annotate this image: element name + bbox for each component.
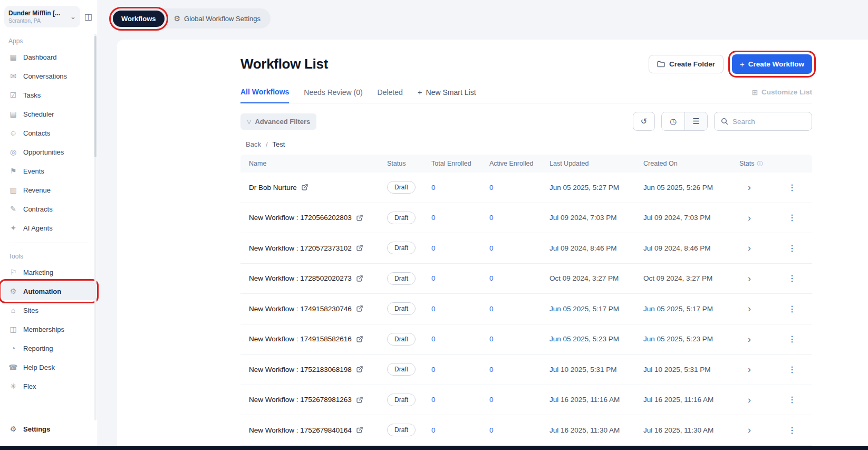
kebab-menu-icon[interactable]: ⋮ xyxy=(788,183,812,193)
chevron-right-icon[interactable]: › xyxy=(739,425,776,435)
workflow-name[interactable]: New Workflow : 1720566202803 xyxy=(249,214,352,222)
workflow-name-cell[interactable]: New Workflow : 1720572373102 xyxy=(249,244,387,252)
kebab-menu-icon[interactable]: ⋮ xyxy=(788,395,812,405)
tab-needs-review[interactable]: Needs Review (0) xyxy=(304,88,362,103)
kebab-menu-icon[interactable]: ⋮ xyxy=(788,304,812,314)
account-switcher[interactable]: Dunder Mifflin [... Scranton, PA ⌄ xyxy=(4,6,80,27)
sidebar-item-marketing[interactable]: ⚐ Marketing xyxy=(2,263,95,281)
total-enrolled-link[interactable]: 0 xyxy=(431,184,436,192)
chevron-right-icon[interactable]: › xyxy=(739,213,776,223)
tab-deleted[interactable]: Deleted xyxy=(378,88,403,103)
total-enrolled-link[interactable]: 0 xyxy=(431,396,436,404)
chevron-right-icon[interactable]: › xyxy=(739,304,776,313)
create-folder-button[interactable]: Create Folder xyxy=(649,55,724,73)
sidebar-item-reporting[interactable]: ◔ Reporting xyxy=(2,339,95,357)
sidebar-item-sites[interactable]: ⌂ Sites xyxy=(2,301,95,319)
total-enrolled-link[interactable]: 0 xyxy=(431,244,436,252)
external-link-icon[interactable] xyxy=(356,275,363,282)
workflow-name[interactable]: New Workflow : 1752679840164 xyxy=(249,426,352,434)
total-enrolled-link[interactable]: 0 xyxy=(431,305,436,313)
sidebar-item-revenue[interactable]: ▥ Revenue xyxy=(2,181,95,199)
sidebar-item-opportunities[interactable]: ◎ Opportunities xyxy=(2,143,95,161)
workflow-name[interactable]: New Workflow : 1749158582616 xyxy=(249,335,352,343)
chevron-right-icon[interactable]: › xyxy=(739,365,776,374)
total-enrolled-link[interactable]: 0 xyxy=(431,214,436,222)
total-enrolled-link[interactable]: 0 xyxy=(431,335,436,343)
sidebar-item-automation[interactable]: ⚙ Automation xyxy=(2,282,95,300)
active-enrolled-link[interactable]: 0 xyxy=(489,244,494,252)
sidebar-item-contacts[interactable]: ☺ Contacts xyxy=(2,124,95,142)
workflow-name-cell[interactable]: New Workflow : 1752679840164 xyxy=(249,426,387,434)
kebab-menu-icon[interactable]: ⋮ xyxy=(788,243,812,253)
chevron-right-icon[interactable]: › xyxy=(739,334,776,344)
advanced-filters-button[interactable]: ▽ Advanced Filters xyxy=(240,113,316,130)
external-link-icon[interactable] xyxy=(302,184,308,190)
total-enrolled-link[interactable]: 0 xyxy=(431,274,436,282)
workflow-name[interactable]: New Workflow : 1752678981263 xyxy=(249,396,352,404)
chevron-right-icon[interactable]: › xyxy=(739,183,776,192)
tab-workflows[interactable]: Workflows xyxy=(113,11,165,27)
active-enrolled-link[interactable]: 0 xyxy=(489,426,494,434)
sidebar-item-dashboard[interactable]: ▦ Dashboard xyxy=(2,48,95,66)
external-link-icon[interactable] xyxy=(356,366,363,372)
external-link-icon[interactable] xyxy=(356,427,363,433)
external-link-icon[interactable] xyxy=(356,397,363,403)
sidebar-item-scheduler[interactable]: ▤ Scheduler xyxy=(2,105,95,123)
active-enrolled-link[interactable]: 0 xyxy=(489,184,494,192)
create-workflow-button[interactable]: + Create Workflow xyxy=(732,54,812,74)
total-enrolled-link[interactable]: 0 xyxy=(431,366,436,374)
search-input[interactable] xyxy=(732,118,805,126)
chevron-right-icon[interactable]: › xyxy=(739,243,776,253)
kebab-menu-icon[interactable]: ⋮ xyxy=(788,425,812,435)
sidebar-item-tasks[interactable]: ☑ Tasks xyxy=(2,86,95,104)
chevron-right-icon[interactable]: › xyxy=(739,274,776,283)
kebab-menu-icon[interactable]: ⋮ xyxy=(788,213,812,223)
tab-all-workflows[interactable]: All Workflows xyxy=(240,88,289,103)
workflow-name-cell[interactable]: New Workflow : 1749158230746 xyxy=(249,305,387,313)
active-enrolled-link[interactable]: 0 xyxy=(489,396,494,404)
workflow-name-cell[interactable]: Dr Bob Nurture xyxy=(249,184,387,192)
active-enrolled-link[interactable]: 0 xyxy=(489,366,494,374)
sidebar-item-events[interactable]: ⚑ Events xyxy=(2,162,95,180)
workflow-name-cell[interactable]: New Workflow : 1720566202803 xyxy=(249,214,387,222)
sidebar-item-help-desk[interactable]: ☎ Help Desk xyxy=(2,358,95,376)
workflow-name[interactable]: Dr Bob Nurture xyxy=(249,184,297,192)
workflow-name-cell[interactable]: New Workflow : 1749158582616 xyxy=(249,335,387,343)
sidebar-item-flex[interactable]: ✳ Flex xyxy=(2,377,95,395)
external-link-icon[interactable] xyxy=(356,305,363,312)
new-smart-list-button[interactable]: + New Smart List xyxy=(418,88,476,103)
sidebar-item-contracts[interactable]: ✎ Contracts xyxy=(2,200,95,218)
workflow-name-cell[interactable]: New Workflow : 1728502020273 xyxy=(249,274,387,282)
sidebar-item-ai-agents[interactable]: ✦ AI Agents xyxy=(2,219,95,237)
active-enrolled-link[interactable]: 0 xyxy=(489,214,494,222)
list-view-icon[interactable]: ☰ xyxy=(684,112,707,130)
sidebar-item-settings[interactable]: ⚙ Settings xyxy=(0,420,98,437)
kebab-menu-icon[interactable]: ⋮ xyxy=(788,365,812,375)
breadcrumb-current[interactable]: Test xyxy=(273,140,285,148)
history-icon[interactable]: ↺ xyxy=(633,112,655,131)
external-link-icon[interactable] xyxy=(356,215,363,221)
kebab-menu-icon[interactable]: ⋮ xyxy=(788,273,812,283)
clock-icon[interactable]: ◷ xyxy=(662,112,684,130)
workflow-name[interactable]: New Workflow : 1749158230746 xyxy=(249,305,352,313)
sidebar-item-memberships[interactable]: ◫ Memberships xyxy=(2,320,95,338)
tab-global-workflow-settings[interactable]: ⚙ Global Workflow Settings xyxy=(166,10,269,27)
active-enrolled-link[interactable]: 0 xyxy=(489,305,494,313)
workflow-name-cell[interactable]: New Workflow : 1752183068198 xyxy=(249,366,387,374)
customize-list-button[interactable]: ⊞ Customize List xyxy=(752,88,812,103)
panel-toggle-icon[interactable]: ◫ xyxy=(83,11,93,23)
kebab-menu-icon[interactable]: ⋮ xyxy=(788,334,812,344)
external-link-icon[interactable] xyxy=(356,336,363,342)
sidebar-scrollbar[interactable] xyxy=(94,34,97,420)
workflow-name[interactable]: New Workflow : 1728502020273 xyxy=(249,274,352,282)
sidebar-item-conversations[interactable]: ✉ Conversations xyxy=(2,67,95,85)
workflow-name-cell[interactable]: New Workflow : 1752678981263 xyxy=(249,396,387,404)
sidebar-scrollbar-thumb[interactable] xyxy=(94,36,97,157)
total-enrolled-link[interactable]: 0 xyxy=(431,426,436,434)
external-link-icon[interactable] xyxy=(356,245,363,251)
workflow-name[interactable]: New Workflow : 1752183068198 xyxy=(249,366,352,374)
workflow-name[interactable]: New Workflow : 1720572373102 xyxy=(249,244,352,252)
active-enrolled-link[interactable]: 0 xyxy=(489,335,494,343)
breadcrumb-back[interactable]: Back xyxy=(246,140,261,148)
active-enrolled-link[interactable]: 0 xyxy=(489,274,494,282)
